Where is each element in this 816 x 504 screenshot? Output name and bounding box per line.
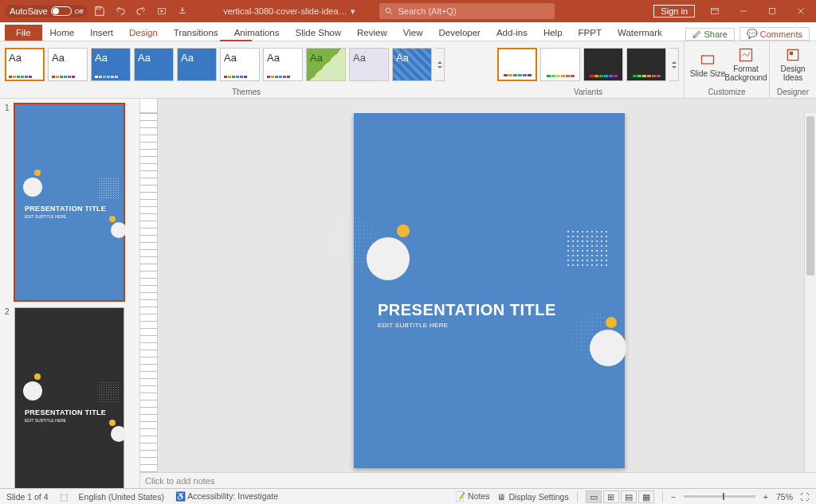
tab-addins[interactable]: Add-ins <box>488 25 536 41</box>
tab-slideshow[interactable]: Slide Show <box>288 25 350 41</box>
theme-item[interactable]: Aa <box>134 48 174 81</box>
document-title[interactable]: vertical-3080-cover-slide-idea…▾ <box>223 6 355 17</box>
theme-item[interactable]: Aa <box>5 48 45 81</box>
save-icon[interactable] <box>91 2 108 20</box>
sorter-view-icon[interactable]: ⊞ <box>603 490 619 503</box>
current-slide[interactable]: PRESENTATION TITLE EDIT SUBTITLE HERE <box>354 113 625 468</box>
autosave-toggle[interactable]: AutoSave Off <box>5 5 88 18</box>
thumb-number: 1 <box>5 104 11 301</box>
notes-placeholder[interactable]: Click to add notes <box>140 472 816 488</box>
start-from-beginning-icon[interactable] <box>153 2 171 20</box>
maximize-icon[interactable] <box>759 0 786 22</box>
slide-edit-area: PRESENTATION TITLE EDIT SUBTITLE HERE Cl… <box>140 99 816 488</box>
tab-file[interactable]: File <box>5 25 42 41</box>
redo-icon[interactable] <box>132 2 150 20</box>
slideshow-view-icon[interactable]: ▦ <box>638 490 654 503</box>
svg-point-2 <box>386 8 390 13</box>
vertical-scrollbar[interactable] <box>804 113 816 472</box>
theme-item[interactable]: Aa <box>392 48 432 81</box>
slide-subtitle-text[interactable]: EDIT SUBTITLE HERE <box>378 322 448 329</box>
themes-group-label: Themes <box>0 88 492 98</box>
design-ideas-button[interactable]: Design Ideas <box>775 46 811 83</box>
undo-icon[interactable] <box>112 2 129 20</box>
svg-rect-7 <box>770 9 775 14</box>
tab-help[interactable]: Help <box>536 25 571 41</box>
theme-item[interactable]: Aa <box>220 48 260 81</box>
search-input[interactable]: Search (Alt+Q) <box>379 3 555 19</box>
close-icon[interactable] <box>787 0 814 22</box>
variant-item[interactable] <box>540 48 580 81</box>
vertical-ruler[interactable] <box>140 113 158 472</box>
spellcheck-icon[interactable]: ⬚ <box>60 492 68 502</box>
theme-item[interactable]: Aa <box>263 48 303 81</box>
variant-item[interactable] <box>497 48 537 81</box>
display-settings-button[interactable]: 🖥 Display Settings <box>497 492 568 502</box>
slide-thumbnails-pane[interactable]: 1 PRESENTATION TITLE EDIT SUBTITLE HERE … <box>0 99 140 488</box>
status-bar: Slide 1 of 4 ⬚ English (United States) ♿… <box>0 488 816 504</box>
zoom-slider[interactable] <box>684 495 755 498</box>
tab-home[interactable]: Home <box>42 25 83 41</box>
fit-to-window-icon[interactable]: ⛶ <box>801 492 810 502</box>
slide-title-text[interactable]: PRESENTATION TITLE <box>378 301 556 319</box>
theme-item[interactable]: Aa <box>349 48 389 81</box>
svg-rect-4 <box>712 9 719 14</box>
notes-button[interactable]: 📝 Notes <box>455 491 489 502</box>
slide-thumbnail[interactable]: PRESENTATION TITLE EDIT SUBTITLE HERE <box>14 104 124 301</box>
format-background-button[interactable]: Format Background <box>728 46 764 83</box>
accessibility-status[interactable]: ♿ Accessibility: Investigate <box>175 491 278 502</box>
tab-review[interactable]: Review <box>349 25 395 41</box>
ribbon-display-icon[interactable] <box>701 0 728 22</box>
tab-view[interactable]: View <box>395 25 431 41</box>
tab-watermark[interactable]: Watermark <box>610 25 670 41</box>
slide-thumbnail[interactable]: PRESENTATION TITLE EDIT SUBTITLE HERE <box>14 307 124 488</box>
title-bar: AutoSave Off vertical-3080-cover-slide-i… <box>0 0 816 22</box>
variant-item[interactable] <box>626 48 666 81</box>
variants-more-icon[interactable] <box>669 48 679 81</box>
normal-view-icon[interactable]: ▭ <box>586 490 602 503</box>
tab-insert[interactable]: Insert <box>82 25 121 41</box>
svg-line-3 <box>390 13 392 15</box>
theme-item[interactable]: Aa <box>91 48 131 81</box>
themes-more-icon[interactable] <box>435 48 445 81</box>
theme-item[interactable]: Aa <box>48 48 88 81</box>
share-button[interactable]: 🖉 Share <box>685 28 734 41</box>
variant-item[interactable] <box>583 48 623 81</box>
comments-button[interactable]: 💬 Comments <box>740 27 810 41</box>
zoom-level[interactable]: 75% <box>776 492 793 502</box>
theme-item[interactable]: Aa <box>177 48 217 81</box>
minimize-icon[interactable] <box>730 0 757 22</box>
customize-group-label: Customize <box>685 88 769 98</box>
ribbon: Aa Aa Aa Aa Aa Aa Aa Aa Aa Aa Themes Var… <box>0 41 816 99</box>
variants-group-label: Variants <box>492 88 684 98</box>
tab-transitions[interactable]: Transitions <box>166 25 226 41</box>
language-status[interactable]: English (United States) <box>79 492 164 502</box>
slide-size-button[interactable]: Slide Size <box>689 46 726 83</box>
tab-animations[interactable]: Animations <box>226 25 288 41</box>
thumb-number: 2 <box>5 307 11 488</box>
reading-view-icon[interactable]: ▤ <box>621 490 637 503</box>
ruler-corner <box>140 99 158 113</box>
tab-design[interactable]: Design <box>121 25 166 41</box>
sign-in-button[interactable]: Sign in <box>653 5 695 18</box>
svg-rect-13 <box>790 52 793 55</box>
slide-position[interactable]: Slide 1 of 4 <box>6 492 49 502</box>
zoom-out-icon[interactable]: − <box>671 492 676 502</box>
workspace: 1 PRESENTATION TITLE EDIT SUBTITLE HERE … <box>0 99 816 488</box>
qat-more-icon[interactable] <box>174 2 191 20</box>
designer-group-label: Designer <box>770 88 816 98</box>
tab-developer[interactable]: Developer <box>431 25 488 41</box>
svg-rect-10 <box>702 56 714 64</box>
zoom-in-icon[interactable]: + <box>763 492 768 502</box>
ribbon-tabs: File Home Insert Design Transitions Anim… <box>0 22 816 41</box>
tab-fppt[interactable]: FPPT <box>571 25 610 41</box>
theme-item[interactable]: Aa <box>306 48 346 81</box>
slide-canvas[interactable]: PRESENTATION TITLE EDIT SUBTITLE HERE <box>158 113 816 472</box>
